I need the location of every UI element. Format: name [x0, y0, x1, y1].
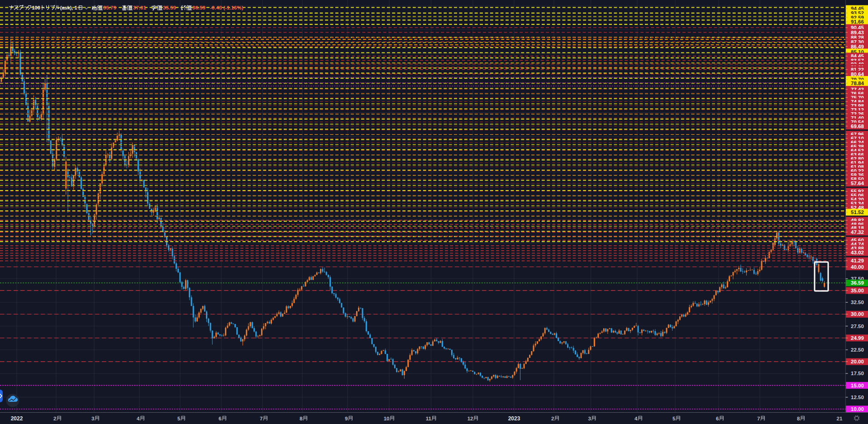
svg-text:5: 5 [177, 416, 181, 421]
svg-text:37.01: 37.01 [133, 5, 146, 10]
svg-text:57.64: 57.64 [851, 181, 864, 186]
svg-text:32.50: 32.50 [851, 300, 864, 305]
svg-text:100: 100 [32, 5, 40, 10]
svg-text:78.84: 78.84 [851, 81, 864, 86]
svg-text:43.02: 43.02 [851, 250, 864, 255]
svg-text:80.64: 80.64 [851, 71, 864, 77]
svg-text:20.00: 20.00 [851, 359, 864, 364]
svg-text:12.50: 12.50 [851, 395, 864, 400]
svg-text:10.00: 10.00 [851, 406, 864, 412]
svg-text:36.59: 36.59 [851, 280, 864, 286]
svg-text:9: 9 [345, 416, 348, 421]
svg-text:24.99: 24.99 [851, 335, 864, 341]
svg-text:22.50: 22.50 [851, 347, 864, 353]
svg-text:69.68: 69.68 [851, 124, 864, 129]
svg-text:21: 21 [837, 416, 843, 421]
svg-text:30.00: 30.00 [851, 311, 864, 317]
svg-text:8: 8 [797, 416, 800, 421]
svg-text:91.66: 91.66 [851, 19, 864, 24]
svg-text:27.50: 27.50 [851, 324, 864, 329]
svg-text:15.00: 15.00 [851, 383, 864, 388]
svg-text:11: 11 [426, 416, 432, 421]
svg-text:2: 2 [53, 416, 56, 421]
svg-text:35.00: 35.00 [851, 288, 864, 293]
svg-text:10: 10 [384, 416, 390, 421]
svg-text:3: 3 [91, 416, 94, 421]
svg-text:47.32: 47.32 [851, 229, 864, 235]
svg-text:40.00: 40.00 [851, 264, 864, 270]
svg-text:4: 4 [137, 416, 140, 421]
svg-text:41.29: 41.29 [851, 258, 864, 263]
svg-text:36.59: 36.59 [192, 5, 205, 10]
svg-text:8: 8 [300, 416, 303, 421]
svg-text:7: 7 [757, 416, 760, 421]
svg-text:-0.43 (-1.16%): -0.43 (-1.16%) [210, 5, 243, 10]
svg-text:5: 5 [672, 416, 676, 421]
svg-text:35.59: 35.59 [163, 5, 176, 10]
svg-text:51.52: 51.52 [851, 210, 864, 215]
svg-text:6: 6 [219, 416, 221, 421]
svg-text:3: 3 [588, 416, 591, 421]
svg-text:86.49: 86.49 [851, 44, 864, 49]
svg-text:12: 12 [467, 416, 473, 421]
svg-text:4: 4 [634, 416, 638, 421]
svg-text:2023: 2023 [508, 415, 520, 422]
svg-text:6: 6 [716, 416, 719, 421]
svg-text:7: 7 [260, 416, 262, 421]
svg-text:(ask), 1: (ask), 1 [60, 5, 77, 10]
svg-text:2: 2 [551, 416, 554, 421]
svg-text:35.79: 35.79 [103, 5, 116, 10]
svg-text:2022: 2022 [11, 415, 23, 422]
svg-text:17.50: 17.50 [851, 371, 864, 376]
